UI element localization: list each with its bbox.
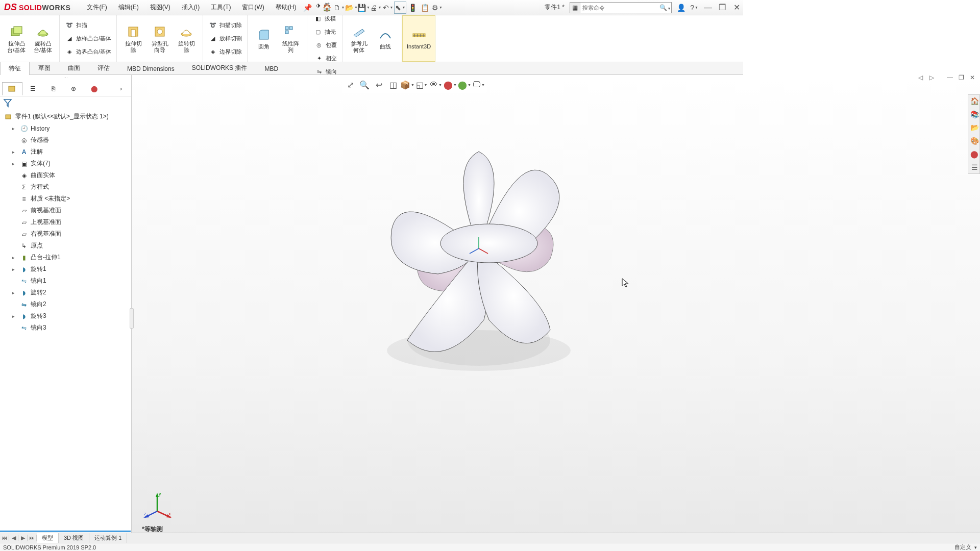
- scene-icon[interactable]: ⬤▼: [457, 78, 472, 92]
- menu-tools[interactable]: 工具(T): [206, 1, 236, 14]
- fillet-icon: [256, 27, 272, 42]
- save-icon[interactable]: 💾▼: [357, 2, 370, 14]
- plane-icon: ▱: [19, 206, 29, 215]
- tree-origin[interactable]: ↳原点: [0, 240, 131, 252]
- tree-tab-more[interactable]: ›: [111, 82, 131, 95]
- model-render: [326, 116, 632, 381]
- view-settings-icon[interactable]: 🖵▼: [472, 78, 486, 92]
- tree-annotations[interactable]: ▸A注解: [0, 146, 131, 158]
- view-orient-icon[interactable]: 📦▼: [400, 78, 414, 92]
- user-icon[interactable]: 👤: [675, 2, 687, 14]
- undo-icon[interactable]: ↶▼: [382, 2, 394, 14]
- rebuild-icon[interactable]: 📋: [419, 2, 431, 14]
- tab-evaluate[interactable]: 评估: [89, 61, 118, 74]
- open-icon[interactable]: 📂▼: [345, 2, 357, 14]
- search-go-icon[interactable]: 🔍▼: [659, 4, 671, 11]
- new-icon[interactable]: 🗋▼: [333, 2, 345, 14]
- tree-bodies[interactable]: ▸▣实体(7): [0, 158, 131, 169]
- history-icon: 🕘: [19, 124, 29, 133]
- wrap-button[interactable]: ◎包覆: [312, 39, 339, 52]
- panel-resize-grip[interactable]: [130, 308, 134, 329]
- display-style-icon[interactable]: ◱▼: [414, 78, 429, 92]
- surface-body-icon: ◈: [19, 171, 29, 180]
- traffic-icon[interactable]: 🚦: [406, 2, 419, 14]
- intersect-button[interactable]: ✦相交: [312, 52, 339, 65]
- viewport-3d[interactable]: y x z *等轴测: [132, 75, 743, 416]
- tree-tab-feature[interactable]: [2, 82, 22, 95]
- ref-geometry-button[interactable]: 参考几 何体: [346, 24, 372, 54]
- tree-revolve2[interactable]: ▸◗旋转2: [0, 287, 131, 298]
- tree-tab-appearance[interactable]: ⬤: [84, 82, 104, 95]
- extrude-boss-button[interactable]: 拉伸凸 台/基体: [3, 24, 30, 54]
- section-view-icon[interactable]: ◫: [386, 78, 400, 92]
- tree-root[interactable]: 零件1 (默认<<默认>_显示状态 1>): [0, 111, 131, 122]
- tree-revolve3[interactable]: ▸◗旋转3: [0, 310, 131, 322]
- tree-extrude1[interactable]: ▸▮凸台-拉伸1: [0, 252, 131, 263]
- minimize-icon[interactable]: —: [701, 3, 715, 12]
- hide-show-icon[interactable]: 👁▼: [429, 78, 443, 92]
- pin-icon[interactable]: 📌: [301, 2, 313, 14]
- menu-file[interactable]: 文件(F): [82, 1, 112, 14]
- tree-mirror2[interactable]: ⇋镜向2: [0, 298, 131, 310]
- help-icon[interactable]: ? ▼: [688, 2, 700, 14]
- select-icon[interactable]: ⬉▼: [394, 2, 406, 14]
- tree-surfbody[interactable]: ◈曲面实体: [0, 169, 131, 181]
- tree-right-plane[interactable]: ▱右视基准面: [0, 228, 131, 240]
- boundary-button[interactable]: ◈边界凸台/基体: [63, 45, 113, 59]
- loft-cut-button[interactable]: ◢放样切割: [206, 32, 244, 45]
- tab-surface[interactable]: 曲面: [59, 61, 89, 74]
- revolve-cut-button[interactable]: 旋转切 除: [173, 24, 200, 54]
- zoom-fit-icon[interactable]: ⤢: [343, 78, 357, 92]
- restore-icon[interactable]: ❐: [716, 3, 729, 12]
- home-icon[interactable]: 🏠: [321, 2, 333, 14]
- revolve-boss-button[interactable]: 旋转凸 台/基体: [30, 24, 56, 54]
- tree-tab-config[interactable]: ⎘: [43, 82, 63, 95]
- menu-view[interactable]: 视图(V): [145, 1, 176, 14]
- tree-tab-dim[interactable]: ⊕: [63, 82, 84, 95]
- revolve-feat-icon: ◗: [19, 312, 29, 321]
- draft-icon: ◧: [313, 14, 323, 23]
- tab-mbd-dimensions[interactable]: MBD Dimensions: [118, 63, 183, 74]
- tree-tab-property[interactable]: ☰: [22, 82, 43, 95]
- linear-pattern-button[interactable]: 线性阵 列: [277, 24, 304, 54]
- tab-mbd[interactable]: MBD: [256, 63, 287, 74]
- panel-grip-icon[interactable]: ⋯: [63, 76, 68, 81]
- search-box[interactable]: ▦ 🔍▼: [570, 2, 672, 13]
- tab-addins[interactable]: SOLIDWORKS 插件: [183, 61, 256, 74]
- extrude-cut-button[interactable]: 拉伸切 除: [120, 24, 146, 54]
- menu-help[interactable]: 帮助(H): [271, 1, 302, 14]
- draft-button[interactable]: ◧拔模: [311, 12, 338, 26]
- tree-history[interactable]: ▸🕘History: [0, 122, 131, 134]
- tree-material[interactable]: ≡材质 <未指定>: [0, 193, 131, 205]
- tab-sketch[interactable]: 草图: [30, 61, 59, 74]
- tree-filter[interactable]: [0, 96, 131, 110]
- zoom-area-icon[interactable]: 🔍: [357, 78, 372, 92]
- menu-edit[interactable]: 编辑(E): [113, 1, 144, 14]
- tree-mirror1[interactable]: ⇋镜向1: [0, 275, 131, 287]
- tree-revolve1[interactable]: ▸◗旋转1: [0, 263, 131, 275]
- loft-button[interactable]: ◢放样凸台/基体: [63, 32, 113, 45]
- boundary-cut-button[interactable]: ◈边界切除: [206, 45, 244, 59]
- tree-sensors[interactable]: ◎传感器: [0, 134, 131, 146]
- menu-window[interactable]: 窗口(W): [237, 1, 269, 14]
- tree-front-plane[interactable]: ▱前视基准面: [0, 205, 131, 216]
- shell-button[interactable]: ▢抽壳: [311, 26, 338, 39]
- tree-mirror3[interactable]: ⇋镜向3: [0, 322, 131, 334]
- close-icon[interactable]: ✕: [730, 3, 743, 12]
- fillet-button[interactable]: 圆角: [251, 24, 277, 54]
- tree-equations[interactable]: Σ方程式: [0, 181, 131, 193]
- tree-top-plane[interactable]: ▱上视基准面: [0, 216, 131, 228]
- appearance-icon[interactable]: ⬤▼: [443, 78, 457, 92]
- hole-wizard-button[interactable]: 异型孔 向导: [146, 24, 173, 54]
- prev-view-icon[interactable]: ↩: [372, 78, 386, 92]
- options-icon[interactable]: ⚙▼: [431, 2, 443, 14]
- curves-button[interactable]: 曲线: [372, 24, 399, 54]
- print-icon[interactable]: 🖨▼: [370, 2, 382, 14]
- tab-features[interactable]: 特征: [0, 62, 30, 75]
- sweep-button[interactable]: ➰扫描: [63, 19, 113, 32]
- sweep-cut-button[interactable]: ➰扫描切除: [206, 19, 244, 32]
- menu-insert[interactable]: 插入(I): [177, 1, 205, 14]
- boundary-cut-icon: ◈: [208, 47, 217, 57]
- instant3d-button[interactable]: Instant3D: [402, 15, 435, 62]
- search-input[interactable]: [580, 5, 659, 11]
